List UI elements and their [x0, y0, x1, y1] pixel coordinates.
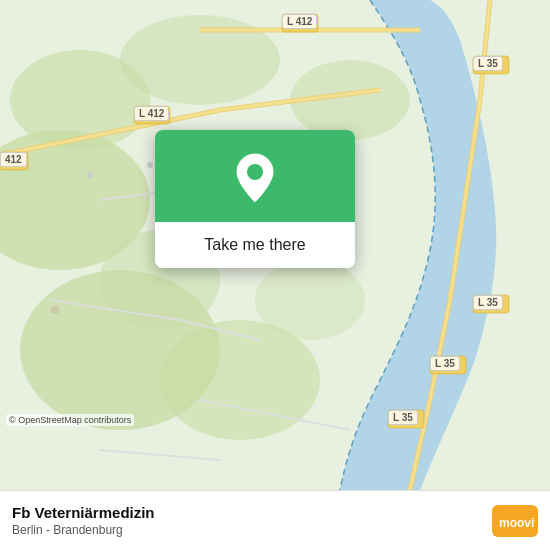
place-info: Fb Veterniärmedizin Berlin - Brandenburg: [12, 504, 155, 537]
svg-point-9: [87, 172, 93, 178]
take-me-there-button[interactable]: Take me there: [155, 222, 355, 268]
road-label-l35-tr: L 35: [473, 56, 503, 71]
road-label-l35-lbr: L 35: [388, 410, 418, 425]
road-label-l35-br: L 35: [430, 356, 460, 371]
svg-point-8: [255, 260, 365, 340]
road-label-412-left: 412: [0, 152, 27, 167]
popup-card: Take me there: [155, 130, 355, 268]
bottom-bar: Fb Veterniärmedizin Berlin - Brandenburg…: [0, 490, 550, 550]
popup-tail: [241, 267, 269, 268]
osm-attribution: © OpenStreetMap contributors: [6, 414, 134, 426]
place-name: Fb Veterniärmedizin: [12, 504, 155, 521]
svg-text:moovit: moovit: [499, 516, 535, 530]
map-container: L 412 L 412 412 L 35 L 35 L 35 L 35 Take…: [0, 0, 550, 490]
road-label-l412-top: L 412: [282, 14, 317, 29]
location-pin-icon: [233, 152, 277, 204]
popup-green-section: [155, 130, 355, 222]
road-label-l412-mid: L 412: [134, 106, 169, 121]
svg-point-19: [247, 164, 263, 180]
moovit-icon: moovit: [492, 505, 538, 537]
moovit-logo: moovit: [492, 505, 538, 537]
svg-point-10: [147, 162, 153, 168]
place-location: Berlin - Brandenburg: [12, 523, 155, 537]
road-label-l35-mr: L 35: [473, 295, 503, 310]
svg-point-11: [51, 306, 59, 314]
